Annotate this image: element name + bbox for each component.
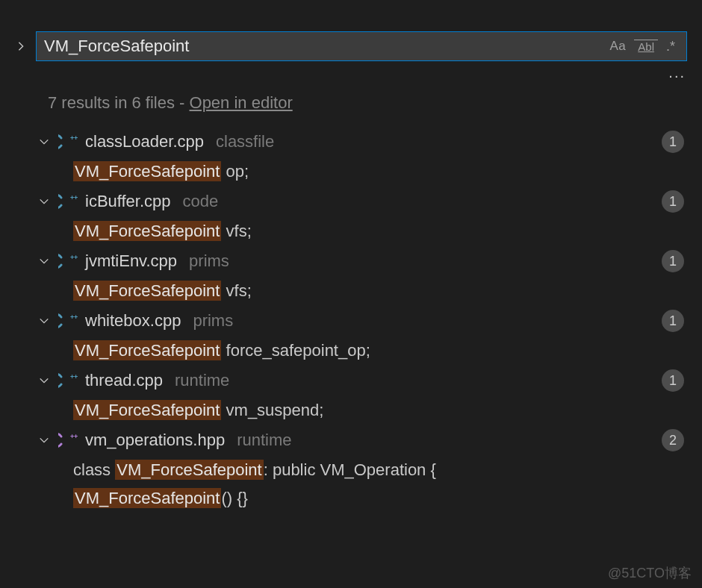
match-case-toggle[interactable]: Aa [606, 37, 630, 55]
match-count-badge: 1 [662, 190, 684, 213]
chevron-down-icon[interactable] [37, 254, 51, 268]
summary-text: 7 results in 6 files - [48, 93, 190, 112]
file-dir: runtime [175, 371, 229, 390]
match-highlight: VM_ForceSafepoint [115, 460, 263, 480]
file-row[interactable]: + + whitebox.cppprims1 [0, 305, 692, 337]
more-actions-icon[interactable]: ··· [668, 67, 686, 84]
match-after: vfs; [221, 222, 251, 240]
chevron-down-icon[interactable] [37, 135, 51, 148]
match-row[interactable]: class VM_ForceSafepoint: public VM_Opera… [0, 456, 692, 484]
search-controls: Aa Abl .* [606, 37, 680, 56]
file-name: whitebox.cpp [85, 311, 181, 331]
file-dir: runtime [237, 431, 291, 450]
match-count-badge: 1 [662, 131, 684, 153]
search-input-container: Aa Abl .* [36, 31, 687, 61]
svg-text:+: + [74, 134, 78, 142]
match-row[interactable]: VM_ForceSafepoint force_safepoint_op; [0, 337, 692, 365]
results-list: + + classLoader.cppclassfile1VM_ForceSaf… [0, 126, 702, 513]
file-name: vm_operations.hpp [85, 431, 225, 450]
cpp-file-icon: + + [58, 371, 78, 390]
cpp-file-icon: + + [58, 311, 78, 331]
match-count-badge: 2 [662, 429, 684, 451]
match-after: force_safepoint_op; [221, 341, 370, 360]
svg-text:+: + [74, 373, 78, 381]
cpp-file-icon: + + [58, 192, 78, 211]
match-row[interactable]: VM_ForceSafepoint vm_suspend; [0, 396, 692, 425]
match-highlight: VM_ForceSafepoint [73, 281, 221, 301]
file-name: thread.cpp [85, 371, 163, 390]
file-dir: classfile [216, 132, 274, 151]
match-row[interactable]: VM_ForceSafepoint op; [0, 157, 692, 186]
match-whole-word-toggle[interactable]: Abl [634, 40, 658, 54]
match-after: op; [221, 162, 249, 181]
match-highlight: VM_ForceSafepoint [73, 221, 221, 241]
cpp-file-icon: + + [58, 251, 78, 271]
chevron-down-icon[interactable] [37, 434, 51, 447]
file-name: icBuffer.cpp [85, 192, 171, 211]
svg-text:+: + [74, 254, 78, 261]
svg-text:+: + [74, 194, 78, 201]
file-row[interactable]: + + icBuffer.cppcode1 [0, 186, 692, 217]
chevron-down-icon[interactable] [37, 195, 51, 208]
match-highlight: VM_ForceSafepoint [73, 488, 221, 508]
match-row[interactable]: VM_ForceSafepoint vfs; [0, 217, 692, 245]
match-highlight: VM_ForceSafepoint [73, 340, 221, 360]
file-row[interactable]: + + vm_operations.hppruntime2 [0, 425, 692, 456]
svg-text:+: + [74, 313, 78, 321]
regex-toggle[interactable]: .* [662, 37, 679, 56]
hpp-file-icon: + + [58, 431, 78, 450]
search-input[interactable] [44, 37, 606, 56]
match-count-badge: 1 [662, 310, 684, 332]
expand-search-toggle[interactable] [13, 39, 28, 54]
file-name: classLoader.cpp [85, 132, 204, 151]
match-before: class [73, 460, 115, 479]
cpp-file-icon: + + [58, 132, 78, 151]
file-dir: prims [193, 311, 233, 331]
watermark: @51CTO博客 [608, 564, 692, 582]
more-row: ··· [0, 67, 702, 87]
match-row[interactable]: VM_ForceSafepoint() {} [0, 484, 692, 513]
file-dir: prims [189, 251, 229, 271]
match-count-badge: 1 [662, 369, 684, 392]
chevron-down-icon[interactable] [37, 314, 51, 328]
results-summary: 7 results in 6 files - Open in editor [0, 87, 702, 126]
match-count-badge: 1 [662, 250, 684, 272]
match-after: () {} [221, 489, 247, 507]
file-row[interactable]: + + classLoader.cppclassfile1 [0, 126, 692, 157]
svg-text:+: + [74, 433, 78, 440]
open-in-editor-link[interactable]: Open in editor [190, 93, 293, 112]
file-row[interactable]: + + jvmtiEnv.cppprims1 [0, 245, 692, 277]
match-after: vfs; [221, 281, 251, 300]
match-after: : public VM_Operation { [264, 460, 436, 479]
file-name: jvmtiEnv.cpp [85, 251, 177, 271]
match-after: vm_suspend; [221, 401, 323, 419]
file-row[interactable]: + + thread.cppruntime1 [0, 365, 692, 396]
search-row: Aa Abl .* [0, 0, 702, 67]
match-highlight: VM_ForceSafepoint [73, 400, 221, 420]
chevron-down-icon[interactable] [37, 374, 51, 387]
file-dir: code [183, 192, 219, 211]
match-row[interactable]: VM_ForceSafepoint vfs; [0, 277, 692, 305]
match-highlight: VM_ForceSafepoint [73, 161, 221, 181]
